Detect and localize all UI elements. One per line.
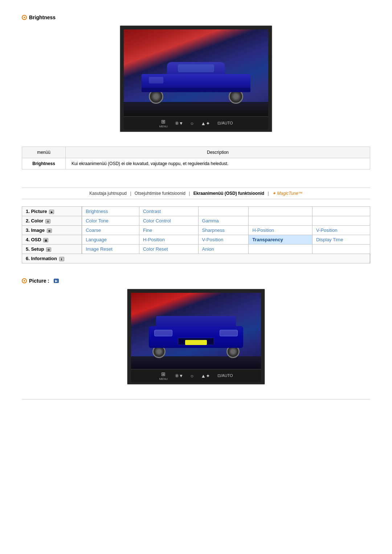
- brightness-button-2[interactable]: ▲✦: [201, 373, 210, 379]
- osd-row-picture: 1. Picture ▶ Brightness Contrast: [22, 207, 370, 216]
- picture-title: Picture :: [29, 278, 51, 284]
- brightness-button[interactable]: ▲✦: [201, 120, 210, 126]
- menu-button-2[interactable]: ⊞ MENU: [159, 371, 168, 381]
- menu-table-header-col1: menüü: [22, 147, 66, 158]
- osd-row-information: 6. Information ℹ: [22, 254, 370, 263]
- osd-setup-colorreset: Color Reset: [139, 245, 198, 254]
- osd-num-osd: 4. OSD ▤: [22, 235, 82, 245]
- osd-row-image: 3. Image ⊞ Coarse Fine Sharpness H-Posit…: [22, 226, 370, 235]
- setup-icon: ⊟: [46, 247, 51, 252]
- menu-table-row: Brightness Kui ekraanimenüü (OSD) ei ole…: [22, 158, 370, 169]
- osd-setup-empty2: [312, 245, 370, 254]
- osd-num-setup: 5. Setup ⊟: [22, 245, 82, 254]
- menu-table-header-col2: Description: [66, 147, 370, 158]
- osd-setup-imagereset: Image Reset: [82, 245, 139, 254]
- info-icon: ℹ: [59, 257, 64, 261]
- nav-item-3[interactable]: Ekraanimenüü (OSD) funktsioonid: [193, 191, 264, 196]
- auto-button-2[interactable]: ⊡/AUTO: [217, 373, 233, 378]
- power-button[interactable]: ○: [191, 120, 193, 126]
- osd-color-tone: Color Tone: [82, 216, 139, 226]
- osd-osd-language: Language: [82, 235, 139, 245]
- osd-color-empty2: [312, 216, 370, 226]
- osd-num-color: 2. Color ⊙: [22, 216, 82, 226]
- osd-row-setup: 5. Setup ⊟ Image Reset Color Reset Anion: [22, 245, 370, 254]
- osd-setup-anion: Anion: [198, 245, 249, 254]
- monitor-display-1: ⊞ MENU ⑧▼ ○ ▲✦ ⊡/AUTO: [120, 25, 272, 132]
- osd-icon: ▤: [43, 238, 48, 242]
- nav-sep-1: |: [130, 191, 132, 196]
- monitor-controls-2: ⊞ MENU ⑧▼ ○ ▲✦ ⊡/AUTO: [131, 369, 261, 382]
- osd-setup-empty1: [249, 245, 313, 254]
- menu-button[interactable]: ⊞ MENU: [159, 119, 168, 128]
- brightness-icon: [22, 15, 27, 20]
- adjust-button-2[interactable]: ⑧▼: [175, 373, 183, 378]
- osd-image-hposition: H-Position: [249, 226, 313, 235]
- osd-color-control: Color Control: [139, 216, 198, 226]
- picture-badge-icon: ▶: [54, 279, 59, 283]
- monitor-display-2: ⊞ MENU ⑧▼ ○ ▲✦ ⊡/AUTO: [127, 289, 265, 385]
- osd-picture-empty1: [198, 207, 249, 216]
- osd-picture-empty3: [312, 207, 370, 216]
- picture-icon: ▶: [49, 210, 54, 214]
- brightness-section-heading: Brightness: [22, 15, 370, 20]
- osd-osd-vposition: V-Position: [198, 235, 249, 245]
- adjust-button[interactable]: ⑧▼: [175, 121, 183, 126]
- osd-picture-brightness: Brightness: [82, 207, 139, 216]
- osd-osd-displaytime: Display Time: [312, 235, 370, 245]
- nav-breadcrumb: Kasutaja juhtnupud | Otsejuhtimise funkt…: [22, 188, 370, 199]
- osd-image-coarse: Coarse: [82, 226, 139, 235]
- osd-color-empty1: [249, 216, 313, 226]
- osd-color-gamma: Gamma: [198, 216, 249, 226]
- monitor-screen-2: [131, 293, 261, 369]
- auto-button[interactable]: ⊡/AUTO: [217, 121, 233, 126]
- nav-item-1[interactable]: Kasutaja juhtnupud: [89, 191, 127, 196]
- bottom-divider: [22, 399, 370, 399]
- image-icon: ⊞: [47, 229, 52, 233]
- osd-num-information: 6. Information ℹ: [22, 254, 370, 263]
- nav-sep-2: |: [189, 191, 191, 196]
- picture-circle-icon: [22, 278, 27, 283]
- osd-num-image: 3. Image ⊞: [22, 226, 82, 235]
- osd-image-sharpness: Sharpness: [198, 226, 249, 235]
- color-icon: ⊙: [45, 219, 50, 223]
- osd-image-vposition: V-Position: [312, 226, 370, 235]
- osd-num-picture: 1. Picture ▶: [22, 207, 82, 216]
- osd-row-color: 2. Color ⊙ Color Tone Color Control Gamm…: [22, 216, 370, 226]
- monitor-screen-1: [124, 29, 268, 116]
- osd-image-fine: Fine: [139, 226, 198, 235]
- power-button-2[interactable]: ○: [191, 373, 193, 379]
- menu-description-table: menüü Description Brightness Kui ekraani…: [22, 147, 370, 169]
- osd-picture-contrast: Contrast: [139, 207, 198, 216]
- brightness-title: Brightness: [29, 15, 56, 20]
- osd-osd-hposition: H-Position: [139, 235, 198, 245]
- osd-osd-transparency: Transparency: [249, 235, 313, 245]
- nav-sep-3: |: [268, 191, 270, 196]
- osd-menu-table: 1. Picture ▶ Brightness Contrast 2. Colo…: [22, 206, 370, 263]
- monitor-controls-1: ⊞ MENU ⑧▼ ○ ▲✦ ⊡/AUTO: [124, 116, 268, 130]
- osd-row-osd: 4. OSD ▤ Language H-Position V-Position …: [22, 235, 370, 245]
- menu-table-label: Brightness: [22, 158, 66, 169]
- picture-section-heading: Picture : ▶: [22, 278, 370, 284]
- nav-item-4[interactable]: ✦ MagicTune™: [272, 191, 303, 196]
- menu-table-description: Kui ekraanimenüü (OSD) ei ole kuvatud, v…: [66, 158, 370, 169]
- nav-item-2[interactable]: Otsejuhtimise funktsioonid: [135, 191, 185, 196]
- osd-picture-empty2: [249, 207, 313, 216]
